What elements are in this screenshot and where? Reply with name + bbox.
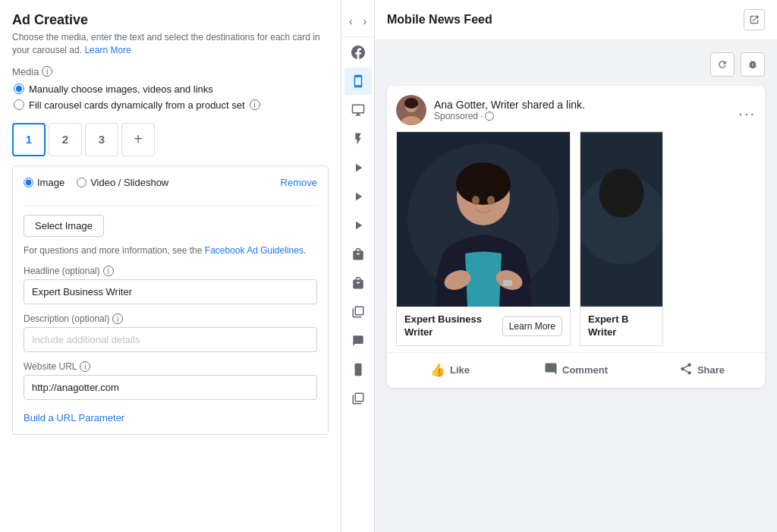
card-panel: Remove Image Video / Slideshow Select Im… <box>12 165 329 436</box>
carousel-tab-3[interactable]: 3 <box>85 123 118 156</box>
media-option-manual[interactable]: Manually choose images, videos and links <box>14 83 329 95</box>
video-option[interactable]: Video / Slideshow <box>77 177 168 188</box>
url-info-icon[interactable]: i <box>80 361 90 372</box>
comment-button[interactable]: Comment <box>513 356 639 385</box>
facebook-guidelines-link[interactable]: Facebook Ad Guidelines <box>205 245 304 256</box>
website-url-label: Website URL i <box>24 361 317 372</box>
card-title-1: Expert BusinessWriter <box>404 313 502 339</box>
carousel-cards: Expert BusinessWriter Learn More <box>387 131 765 346</box>
card-title-2: Expert BWriter <box>588 313 655 339</box>
media-type-row: Image Video / Slideshow <box>24 177 281 188</box>
in-stream-video-icon[interactable] <box>344 154 372 181</box>
marketplace3-icon[interactable] <box>344 298 372 326</box>
video3-icon[interactable] <box>344 212 372 239</box>
card-footer-2: Expert BWriter <box>580 307 662 345</box>
nav-prev-arrow[interactable]: ‹ <box>344 12 357 30</box>
description-input[interactable] <box>24 327 317 352</box>
facebook-placement-icon[interactable] <box>344 39 372 66</box>
nav-next-arrow[interactable]: › <box>359 12 372 30</box>
preview-body: Ana Gotter, Writer shared a link. Sponso… <box>375 40 777 532</box>
refresh-button[interactable] <box>710 52 735 77</box>
audience-network-icon[interactable] <box>344 385 372 412</box>
globe-icon <box>485 112 494 121</box>
post-sponsored: Sponsored · <box>434 111 731 121</box>
svg-point-11 <box>472 196 480 205</box>
learn-more-button-1[interactable]: Learn More <box>502 316 562 336</box>
svg-rect-13 <box>503 280 512 286</box>
debug-button[interactable] <box>741 52 765 77</box>
icon-sidebar: ‹ › <box>341 0 375 532</box>
headline-field-group: Headline (optional) i <box>24 266 317 304</box>
website-url-field-group: Website URL i <box>24 361 317 400</box>
left-panel: Ad Creative Choose the media, enter the … <box>0 0 341 532</box>
carousel-card-1: Expert BusinessWriter Learn More <box>396 131 571 346</box>
comment-icon <box>544 362 558 379</box>
card-footer-1: Expert BusinessWriter Learn More <box>397 307 570 345</box>
fb-post-card: Ana Gotter, Writer shared a link. Sponso… <box>387 86 765 388</box>
dynamic-info-icon[interactable]: i <box>250 99 260 110</box>
card-image-1 <box>397 132 570 307</box>
right-panel: Mobile News Feed <box>375 0 777 532</box>
post-header: Ana Gotter, Writer shared a link. Sponso… <box>387 86 765 131</box>
description-label: Description (optional) i <box>24 313 317 324</box>
svg-point-12 <box>487 196 495 205</box>
desktop-icon[interactable] <box>344 96 372 124</box>
like-button[interactable]: 👍 Like <box>387 356 513 385</box>
share-icon <box>679 362 693 379</box>
svg-point-16 <box>599 168 644 218</box>
select-image-button[interactable]: Select Image <box>24 215 104 237</box>
media-section: Media i Manually choose images, videos a… <box>12 66 329 111</box>
marketplace2-icon[interactable] <box>344 269 372 297</box>
svg-rect-0 <box>354 364 361 376</box>
media-label: Media i <box>12 66 329 77</box>
remove-link[interactable]: Remove <box>281 177 317 188</box>
avatar <box>396 95 426 125</box>
mobile-newsfeed-icon[interactable] <box>344 68 372 95</box>
preview-title: Mobile News Feed <box>387 13 492 27</box>
nav-arrows: ‹ › <box>341 6 374 37</box>
suggested-video-icon[interactable] <box>344 183 372 210</box>
marketplace-icon[interactable] <box>344 241 372 268</box>
ad-creative-description: Choose the media, enter the text and sel… <box>12 31 329 57</box>
headline-label: Headline (optional) i <box>24 266 317 276</box>
external-link-button[interactable] <box>744 9 765 30</box>
website-url-input[interactable] <box>24 375 317 400</box>
carousel-tab-2[interactable]: 2 <box>49 123 82 156</box>
carousel-card-2: Expert BWriter <box>580 131 663 346</box>
build-url-link[interactable]: Build a URL Parameter <box>24 412 124 423</box>
post-meta: Ana Gotter, Writer shared a link. Sponso… <box>434 99 731 121</box>
post-menu[interactable]: ... <box>738 102 756 119</box>
page-title: Ad Creative <box>12 12 329 28</box>
carousel-tab-add[interactable]: + <box>121 123 155 156</box>
like-icon: 👍 <box>430 363 445 377</box>
messenger-icon[interactable] <box>344 327 372 354</box>
post-actions: 👍 Like Comment Share <box>387 352 765 388</box>
carousel-tab-1[interactable]: 1 <box>12 123 46 156</box>
carousel-tabs: 1 2 3 + <box>12 123 329 156</box>
share-button[interactable]: Share <box>639 356 765 385</box>
image-option[interactable]: Image <box>24 177 64 188</box>
description-field-group: Description (optional) i <box>24 313 317 352</box>
headline-info-icon[interactable]: i <box>103 266 114 276</box>
instant-article-icon[interactable] <box>344 125 372 153</box>
card-image-2 <box>580 132 662 307</box>
media-option-dynamic[interactable]: Fill carousel cards dynamically from a p… <box>14 99 329 111</box>
media-info-icon[interactable]: i <box>42 66 52 77</box>
headline-input[interactable] <box>24 279 317 304</box>
preview-actions <box>387 52 765 77</box>
post-author: Ana Gotter, Writer shared a link. <box>434 99 731 111</box>
media-radio-group: Manually choose images, videos and links… <box>14 83 329 111</box>
description-info-icon[interactable]: i <box>112 313 123 324</box>
divider <box>24 205 317 206</box>
guidelines-text: For questions and more information, see … <box>24 244 317 257</box>
learn-more-link[interactable]: Learn More <box>84 45 131 55</box>
preview-header: Mobile News Feed <box>375 0 777 40</box>
stories-icon[interactable] <box>344 356 372 383</box>
